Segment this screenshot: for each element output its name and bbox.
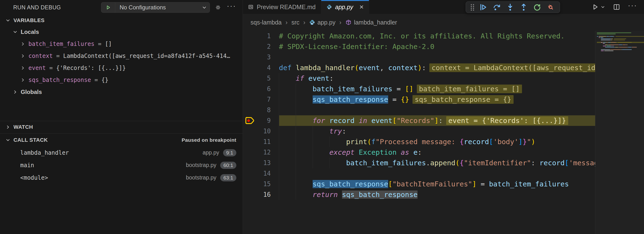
code-line-text[interactable] bbox=[279, 105, 595, 115]
disconnect-icon[interactable] bbox=[544, 2, 557, 12]
editor-gutter[interactable]: 11 bbox=[243, 136, 279, 147]
indent-guide bbox=[296, 126, 312, 136]
code-line[interactable]: 9for record in event["Records"]:event = … bbox=[243, 115, 595, 126]
code-line-text[interactable]: return sqs_batch_response bbox=[279, 189, 595, 200]
editor-gutter[interactable]: 14 bbox=[243, 168, 279, 179]
editor-gutter[interactable]: 8 bbox=[243, 105, 279, 115]
code-line-text[interactable]: try: bbox=[279, 126, 595, 136]
tab-app-py[interactable]: app.py × bbox=[321, 0, 370, 14]
split-editor-icon[interactable] bbox=[613, 3, 620, 10]
editor-gutter[interactable]: 1 bbox=[243, 31, 279, 41]
line-number: 13 bbox=[258, 158, 271, 168]
close-icon[interactable]: × bbox=[360, 3, 364, 10]
code-line[interactable]: 14 bbox=[243, 168, 595, 179]
editor-gutter[interactable]: 5 bbox=[243, 73, 279, 84]
stack-frame-row[interactable]: lambda_handlerapp.py9:1 bbox=[0, 146, 242, 159]
editor-gutter[interactable]: 15 bbox=[243, 179, 279, 189]
code-line[interactable]: 16return sqs_batch_response bbox=[243, 189, 595, 200]
breakpoint-slot[interactable] bbox=[243, 116, 258, 125]
editor-gutter[interactable]: 6 bbox=[243, 84, 279, 94]
editor-gutter[interactable]: 12 bbox=[243, 147, 279, 158]
minimap[interactable] bbox=[595, 31, 644, 234]
variables-section-header[interactable]: VARIABLES bbox=[0, 15, 242, 26]
code-line[interactable]: 11print(f"Processed message: {record['bo… bbox=[243, 136, 595, 147]
editor-gutter[interactable]: 7 bbox=[243, 94, 279, 105]
code-token: 'messageId bbox=[569, 159, 595, 167]
code-line[interactable]: 8 bbox=[243, 105, 595, 115]
step-out-icon[interactable] bbox=[517, 2, 530, 12]
breadcrumb-item-folder[interactable]: sqs-lambda bbox=[250, 19, 282, 26]
code-line[interactable]: 12except Exception as e: bbox=[243, 147, 595, 158]
code-lines: 1# Copyright Amazon.com, Inc. or its aff… bbox=[243, 31, 595, 234]
code-line-text[interactable]: for record in event["Records"]:event = {… bbox=[279, 115, 595, 126]
line-number: 14 bbox=[258, 168, 271, 179]
code-line-text[interactable]: sqs_batch_response = {}sqs_batch_respons… bbox=[279, 94, 595, 105]
tab-preview-readme[interactable]: Preview README.md bbox=[243, 0, 321, 14]
call-stack-section-header[interactable]: CALL STACK Paused on breakpoint bbox=[0, 133, 242, 146]
chevron-down-icon[interactable] bbox=[199, 5, 210, 10]
code-line[interactable]: 7sqs_batch_response = {}sqs_batch_respon… bbox=[243, 94, 595, 105]
line-number: 7 bbox=[258, 94, 271, 105]
stack-frame-row[interactable]: mainbootstrap.py60:1 bbox=[0, 159, 242, 172]
code-editor[interactable]: 1# Copyright Amazon.com, Inc. or its aff… bbox=[243, 31, 644, 234]
editor-gutter[interactable]: 4 bbox=[243, 62, 279, 73]
code-line-text[interactable] bbox=[279, 168, 595, 179]
breakpoint-current-frame-icon bbox=[245, 116, 256, 125]
editor-gutter[interactable]: 9 bbox=[243, 115, 279, 126]
code-line-text[interactable]: except Exception as e: bbox=[279, 147, 595, 158]
locals-scope-row[interactable]: Locals bbox=[0, 26, 242, 38]
code-line[interactable]: 6batch_item_failures = []batch_item_fail… bbox=[243, 84, 595, 94]
code-line[interactable]: 13batch_item_failures.append({"itemIdent… bbox=[243, 158, 595, 168]
line-number: 5 bbox=[258, 73, 271, 84]
run-python-file-button[interactable] bbox=[592, 3, 605, 10]
variable-row[interactable]: event = {'Records': [{...}]} bbox=[0, 62, 242, 74]
step-into-icon[interactable] bbox=[504, 2, 517, 12]
code-token: try bbox=[329, 127, 342, 135]
code-token: record bbox=[330, 117, 355, 125]
code-line-text[interactable]: if event: bbox=[279, 73, 595, 84]
variable-row[interactable]: sqs_batch_response = {} bbox=[0, 74, 242, 86]
code-line-text[interactable]: # SPDX-License-Identifier: Apache-2.0 bbox=[279, 41, 595, 52]
variable-row[interactable]: batch_item_failures = [] bbox=[0, 38, 242, 50]
breadcrumb-item-file[interactable]: app.py bbox=[309, 19, 336, 26]
chevron-right-icon bbox=[20, 77, 26, 83]
breadcrumb-item-folder[interactable]: src bbox=[292, 19, 300, 26]
drag-handle-icon[interactable] bbox=[468, 2, 476, 12]
code-line[interactable]: 2# SPDX-License-Identifier: Apache-2.0 bbox=[243, 41, 595, 52]
gear-icon[interactable] bbox=[213, 2, 223, 13]
breadcrumb-item-symbol[interactable]: lambda_handler bbox=[345, 19, 397, 26]
code-line-text[interactable]: # Copyright Amazon.com, Inc. or its affi… bbox=[279, 31, 595, 41]
code-line[interactable]: 4def lambda_handler(event, context):cont… bbox=[243, 62, 595, 73]
code-line[interactable]: 15sqs_batch_response["batchItemFailures"… bbox=[243, 179, 595, 189]
code-line-text[interactable]: sqs_batch_response["batchItemFailures"] … bbox=[279, 179, 595, 189]
editor-gutter[interactable]: 13 bbox=[243, 158, 279, 168]
editor-gutter[interactable]: 3 bbox=[243, 52, 279, 62]
code-line-text[interactable]: batch_item_failures = []batch_item_failu… bbox=[279, 84, 595, 94]
continue-icon[interactable] bbox=[476, 2, 490, 12]
inline-debug-value: context = LambdaContext([aws_request_id=… bbox=[429, 63, 595, 72]
more-actions-icon[interactable]: ··· bbox=[226, 2, 237, 13]
editor-gutter[interactable]: 10 bbox=[243, 126, 279, 136]
stack-frame-row[interactable]: <module>bootstrap.py63:1 bbox=[0, 172, 242, 184]
code-line[interactable]: 10try: bbox=[243, 126, 595, 136]
code-line-text[interactable]: batch_item_failures.append({"itemIdentif… bbox=[279, 158, 595, 168]
code-line-text[interactable]: print(f"Processed message: {record['body… bbox=[279, 136, 595, 147]
watch-section-header[interactable]: WATCH bbox=[0, 121, 242, 133]
code-token: Exception bbox=[359, 148, 396, 156]
start-debug-button[interactable] bbox=[101, 2, 115, 12]
editor-gutter[interactable]: 2 bbox=[243, 41, 279, 52]
code-line[interactable]: 5if event: bbox=[243, 73, 595, 84]
code-line[interactable]: 3 bbox=[243, 52, 595, 62]
more-actions-icon[interactable]: ··· bbox=[628, 4, 637, 10]
code-line-text[interactable]: def lambda_handler(event, context):conte… bbox=[279, 62, 595, 73]
editor-gutter[interactable]: 16 bbox=[243, 189, 279, 200]
globals-scope-row[interactable]: Globals bbox=[0, 86, 242, 98]
restart-icon[interactable] bbox=[530, 2, 544, 12]
watch-label: WATCH bbox=[14, 124, 33, 130]
step-over-icon[interactable] bbox=[490, 2, 504, 12]
code-line-text[interactable] bbox=[279, 52, 595, 62]
code-line[interactable]: 1# Copyright Amazon.com, Inc. or its aff… bbox=[243, 31, 595, 41]
variable-row[interactable]: context = LambdaContext([aws_request_id=… bbox=[0, 50, 242, 62]
indent-guide bbox=[279, 115, 296, 126]
debug-configuration-dropdown[interactable]: No Configurations bbox=[101, 2, 210, 13]
